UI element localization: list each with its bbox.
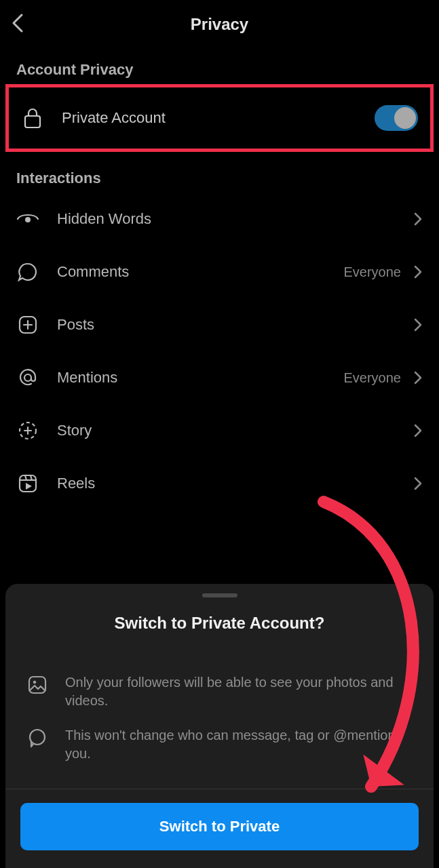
row-private-account[interactable]: Private Account (9, 87, 430, 149)
row-posts[interactable]: Posts (0, 298, 439, 351)
row-hidden-words[interactable]: Hidden Words (0, 193, 439, 245)
back-button[interactable] (11, 12, 24, 37)
svg-point-1 (25, 217, 31, 222)
svg-rect-14 (29, 677, 45, 693)
row-label: Reels (57, 475, 401, 492)
row-label: Mentions (57, 369, 344, 387)
hidden-words-icon (16, 208, 39, 231)
comment-icon (26, 726, 49, 749)
chevron-right-icon (413, 264, 423, 280)
photo-icon (26, 673, 49, 696)
svg-point-15 (33, 681, 37, 684)
section-header-interactions: Interactions (0, 152, 439, 193)
header: Privacy (0, 0, 439, 49)
private-account-label: Private Account (62, 109, 375, 127)
svg-point-5 (24, 374, 31, 381)
svg-marker-13 (26, 483, 32, 490)
sheet-title: Switch to Private Account? (5, 614, 434, 633)
row-label: Story (57, 422, 401, 439)
toggle-knob (394, 107, 416, 129)
story-icon (16, 419, 39, 442)
sheet-bullet-text: This won't change who can message, tag o… (65, 726, 413, 763)
row-label: Posts (57, 316, 401, 334)
sheet-bullet: Only your followers will be able to see … (5, 665, 434, 718)
private-account-toggle[interactable] (375, 105, 418, 131)
lock-icon (21, 106, 44, 130)
chevron-right-icon (413, 422, 423, 439)
svg-rect-0 (25, 116, 40, 127)
comment-icon (16, 260, 39, 283)
row-value: Everyone (344, 264, 402, 280)
row-label: Comments (57, 263, 344, 281)
sheet-bullet-text: Only your followers will be able to see … (65, 673, 413, 710)
row-comments[interactable]: Comments Everyone (0, 245, 439, 298)
row-value: Everyone (344, 370, 402, 386)
plus-square-icon (16, 313, 39, 336)
row-reels[interactable]: Reels (0, 457, 439, 510)
row-mentions[interactable]: Mentions Everyone (0, 351, 439, 404)
reels-icon (16, 472, 39, 495)
svg-rect-9 (20, 475, 36, 492)
row-label: Hidden Words (57, 210, 401, 228)
chevron-right-icon (413, 317, 423, 333)
chevron-right-icon (413, 475, 423, 492)
at-icon (16, 366, 39, 389)
chevron-left-icon (11, 12, 24, 34)
svg-point-16 (30, 730, 45, 745)
sheet-divider (5, 789, 434, 789)
row-story[interactable]: Story (0, 404, 439, 457)
chevron-right-icon (413, 370, 423, 386)
sheet-bullet: This won't change who can message, tag o… (5, 718, 434, 771)
sheet-grabber[interactable] (202, 593, 237, 597)
switch-private-sheet: Switch to Private Account? Only your fol… (5, 584, 434, 868)
page-title: Privacy (11, 15, 428, 34)
annotation-highlight-box: Private Account (5, 84, 434, 152)
section-header-account-privacy: Account Privacy (0, 49, 439, 84)
chevron-right-icon (413, 211, 423, 227)
switch-to-private-button[interactable]: Switch to Private (20, 803, 419, 850)
